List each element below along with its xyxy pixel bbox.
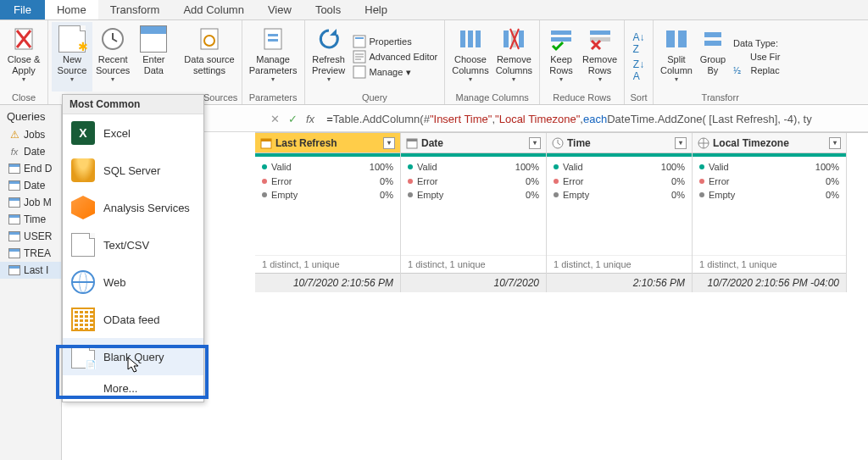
column-header[interactable]: Time ▾ xyxy=(547,133,692,153)
transform-small-buttons: Data Type: Use Fir ¹⁄₂ Replac xyxy=(730,22,783,91)
query-item[interactable]: USER xyxy=(0,228,61,245)
table-icon xyxy=(8,180,20,191)
keep-rows-button[interactable]: Keep Rows▾ xyxy=(543,22,579,91)
svg-rect-17 xyxy=(551,30,571,35)
column-stats: Valid100% Error0% Empty0% xyxy=(255,157,400,206)
grid-icon xyxy=(71,308,95,331)
source-blank-query[interactable]: 📄 Blank Query xyxy=(63,338,203,375)
time-icon xyxy=(552,137,564,149)
page-icon: ✱ xyxy=(58,25,86,53)
query-item[interactable]: Time xyxy=(0,211,61,228)
column-dropdown-icon[interactable]: ▾ xyxy=(675,137,687,149)
enter-data-button[interactable]: Enter Data xyxy=(133,22,174,91)
grid-column: Time ▾ Valid100% Error0% Empty0% 1 disti… xyxy=(547,133,693,292)
remove-columns-button[interactable]: Remove Columns▾ xyxy=(492,22,536,91)
data-grid: Last Refresh ▾ Valid100% Error0% Empty0%… xyxy=(255,132,868,292)
cancel-icon[interactable]: ✕ xyxy=(270,113,280,125)
table-icon xyxy=(8,197,20,208)
manage-parameters-button[interactable]: Manage Parameters▾ xyxy=(246,22,301,91)
grid-column: Last Refresh ▾ Valid100% Error0% Empty0%… xyxy=(255,133,401,292)
sort-asc-button[interactable]: A↓Z xyxy=(633,31,645,55)
query-item[interactable]: End D xyxy=(0,160,61,177)
ribbon-group-label: Query xyxy=(309,91,442,104)
group-by-button[interactable]: Group By xyxy=(696,22,730,91)
query-item[interactable]: Job M xyxy=(0,194,61,211)
column-dropdown-icon[interactable]: ▾ xyxy=(529,137,541,149)
first-row-icon xyxy=(733,50,747,64)
advanced-editor-button[interactable]: Advanced Editor xyxy=(353,50,438,64)
ribbon-group-parameters: Manage Parameters▾ Parameters xyxy=(242,20,305,104)
svg-rect-8 xyxy=(355,37,364,39)
sort-desc-button[interactable]: Z↓A xyxy=(633,58,644,82)
svg-rect-22 xyxy=(678,30,687,47)
data-cell[interactable]: 2:10:56 PM xyxy=(547,273,692,292)
source-analysis-services[interactable]: Analysis Services xyxy=(63,189,203,226)
column-dropdown-icon[interactable]: ▾ xyxy=(829,137,841,149)
tab-add-column[interactable]: Add Column xyxy=(171,0,256,19)
ribbon-group-sort: A↓Z Z↓A Sort xyxy=(625,20,654,104)
svg-rect-5 xyxy=(268,34,278,36)
ribbon-group-transform: Split Column▾ Group By Data Type: Use Fi… xyxy=(654,20,787,104)
properties-icon xyxy=(353,35,366,48)
data-cell[interactable]: 10/7/2020 2:10:56 PM xyxy=(255,273,400,292)
query-item[interactable]: TREA xyxy=(0,245,61,262)
use-first-row-button[interactable]: Use Fir xyxy=(733,50,780,64)
ribbon-group-label: Close xyxy=(3,91,44,104)
query-item[interactable]: fxDate xyxy=(0,143,61,160)
close-apply-button[interactable]: Close & Apply▾ xyxy=(3,22,44,91)
svg-rect-10 xyxy=(353,66,365,78)
tab-transform[interactable]: Transform xyxy=(98,0,172,19)
ribbon-group-reduce-rows: Keep Rows▾ Remove Rows▾ Reduce Rows xyxy=(540,20,625,104)
source-sql-server[interactable]: SQL Server xyxy=(63,152,203,189)
svg-rect-24 xyxy=(704,41,721,46)
query-item-selected[interactable]: Last I xyxy=(0,262,61,279)
table-icon xyxy=(8,214,20,224)
source-web[interactable]: Web xyxy=(63,263,203,301)
column-header[interactable]: Last Refresh ▾ xyxy=(255,133,400,153)
column-dropdown-icon[interactable]: ▾ xyxy=(383,137,395,149)
column-header[interactable]: Local Timezone ▾ xyxy=(693,133,846,153)
column-header[interactable]: Date ▾ xyxy=(401,133,546,153)
tab-help[interactable]: Help xyxy=(353,0,399,19)
ribbon-group-label: Manage Columns xyxy=(448,91,536,104)
tab-home[interactable]: Home xyxy=(45,0,98,19)
refresh-preview-button[interactable]: Refresh Preview▾ xyxy=(309,22,349,91)
ribbon-group-label: Reduce Rows xyxy=(543,91,620,104)
source-excel[interactable]: Excel xyxy=(63,114,203,152)
grid-column: Date ▾ Valid100% Error0% Empty0% 1 disti… xyxy=(401,133,547,292)
source-more[interactable]: More... xyxy=(63,375,203,402)
source-text-csv[interactable]: Text/CSV xyxy=(63,226,203,263)
svg-rect-11 xyxy=(460,30,465,47)
query-item[interactable]: Date xyxy=(0,177,61,194)
replace-values-button[interactable]: ¹⁄₂ Replac xyxy=(733,65,780,76)
properties-button[interactable]: Properties xyxy=(353,35,438,48)
distinct-label: 1 distinct, 1 unique xyxy=(401,255,546,273)
data-cell[interactable]: 10/7/2020 xyxy=(401,273,546,292)
split-icon xyxy=(663,25,690,53)
new-source-dropdown: Most Common Excel SQL Server Analysis Se… xyxy=(62,94,204,402)
tab-tools[interactable]: Tools xyxy=(303,0,353,19)
cube-icon xyxy=(71,196,95,219)
ribbon-group-close: Close & Apply▾ Close xyxy=(0,20,48,104)
table-icon xyxy=(8,231,20,241)
tab-view[interactable]: View xyxy=(256,0,303,19)
remove-rows-button[interactable]: Remove Rows▾ xyxy=(579,22,620,91)
choose-columns-button[interactable]: Choose Columns▾ xyxy=(448,22,492,91)
data-type-button[interactable]: Data Type: xyxy=(733,38,780,48)
data-source-settings-button[interactable]: Data source settings xyxy=(181,22,237,91)
recent-sources-button[interactable]: Recent Sources▾ xyxy=(92,22,133,91)
manage-button[interactable]: Manage ▾ xyxy=(353,65,438,79)
queries-sidebar: Queries ⚠Jobs fxDate End D Date Job M Ti… xyxy=(0,105,62,460)
split-column-button[interactable]: Split Column▾ xyxy=(657,22,696,91)
file-menu[interactable]: File xyxy=(0,0,45,19)
source-odata-feed[interactable]: OData feed xyxy=(63,301,203,338)
commit-icon[interactable]: ✓ xyxy=(288,113,298,125)
refresh-icon xyxy=(315,25,342,53)
svg-rect-19 xyxy=(590,30,610,35)
table-icon xyxy=(8,265,20,275)
remove-columns-icon xyxy=(500,25,527,53)
fx-icon: fx xyxy=(8,147,20,157)
data-cell[interactable]: 10/7/2020 2:10:56 PM -04:00 xyxy=(693,273,846,292)
new-source-button[interactable]: ✱ New Source▾ xyxy=(52,22,92,91)
query-item[interactable]: ⚠Jobs xyxy=(0,126,61,143)
